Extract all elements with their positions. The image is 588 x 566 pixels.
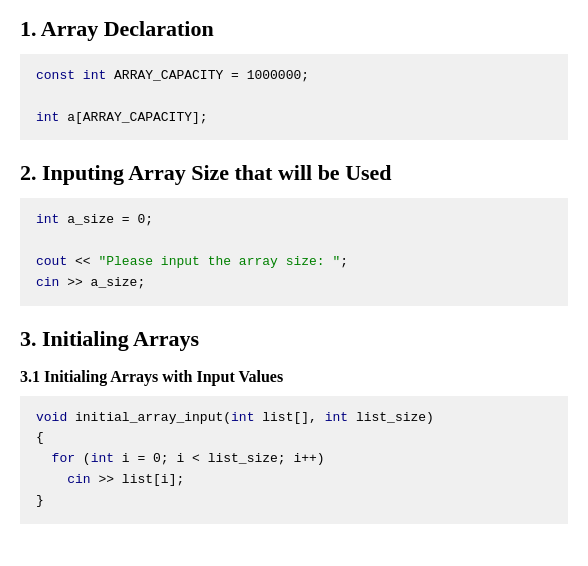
section3-heading: 3. Initialing Arrays — [20, 326, 568, 352]
code-keyword: const — [36, 68, 75, 83]
code-string: "Please input the array size: " — [98, 254, 340, 269]
code-keyword: int — [91, 451, 114, 466]
code-stream: cout — [36, 254, 67, 269]
code-keyword: for — [52, 451, 75, 466]
section2-heading: 2. Inputing Array Size that will be Used — [20, 160, 568, 186]
code-keyword: void — [36, 410, 67, 425]
subsection31-heading: 3.1 Initialing Arrays with Input Values — [20, 368, 568, 386]
code-keyword: int — [83, 68, 106, 83]
code-stream: cin — [36, 275, 59, 290]
code-block-2: int a_size = 0; cout << "Please input th… — [20, 198, 568, 305]
code-keyword: int — [36, 212, 59, 227]
code-keyword: int — [231, 410, 254, 425]
code-keyword: int — [36, 110, 59, 125]
page-content: 1. Array Declaration const int ARRAY_CAP… — [20, 16, 568, 524]
code-block-1: const int ARRAY_CAPACITY = 1000000; int … — [20, 54, 568, 140]
code-block-3: void initial_array_input(int list[], int… — [20, 396, 568, 524]
code-keyword: int — [325, 410, 348, 425]
code-stream: cin — [67, 472, 90, 487]
section1-heading: 1. Array Declaration — [20, 16, 568, 42]
